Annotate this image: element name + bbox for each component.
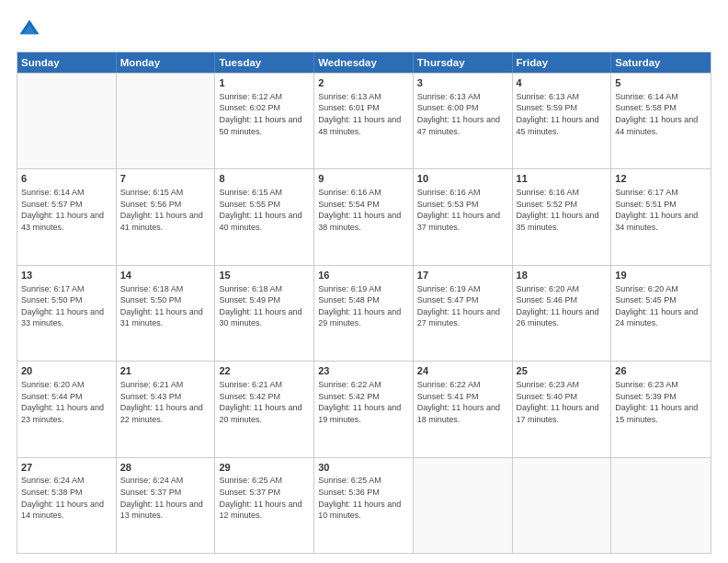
cell-info: Sunrise: 6:21 AMSunset: 5:43 PMDaylight:…: [120, 379, 211, 425]
cell-info: Sunrise: 6:20 AMSunset: 5:46 PMDaylight:…: [517, 283, 608, 329]
cal-cell: 8Sunrise: 6:15 AMSunset: 5:55 PMDaylight…: [215, 169, 314, 264]
cal-week-5: 27Sunrise: 6:24 AMSunset: 5:38 PMDayligh…: [17, 457, 711, 553]
cal-header-friday: Friday: [513, 52, 612, 73]
logo: [17, 17, 46, 42]
cell-info: Sunrise: 6:18 AMSunset: 5:49 PMDaylight:…: [219, 283, 310, 329]
cell-info: Sunrise: 6:19 AMSunset: 5:47 PMDaylight:…: [417, 283, 508, 329]
cell-info: Sunrise: 6:20 AMSunset: 5:45 PMDaylight:…: [615, 283, 707, 329]
day-number: 13: [21, 269, 112, 282]
cal-cell: [611, 458, 711, 553]
cal-cell: 12Sunrise: 6:17 AMSunset: 5:51 PMDayligh…: [611, 169, 711, 264]
day-number: 4: [517, 76, 608, 90]
cell-info: Sunrise: 6:20 AMSunset: 5:44 PMDaylight:…: [21, 379, 112, 425]
day-number: 15: [219, 269, 310, 282]
day-number: 12: [615, 172, 707, 186]
cell-info: Sunrise: 6:14 AMSunset: 5:57 PMDaylight:…: [21, 187, 112, 233]
cal-cell: [17, 74, 117, 168]
cal-cell: 13Sunrise: 6:17 AMSunset: 5:50 PMDayligh…: [17, 266, 117, 361]
cal-cell: 7Sunrise: 6:15 AMSunset: 5:56 PMDaylight…: [117, 169, 216, 264]
day-number: 3: [417, 76, 508, 90]
cell-info: Sunrise: 6:15 AMSunset: 5:56 PMDaylight:…: [120, 187, 211, 233]
cal-cell: 14Sunrise: 6:18 AMSunset: 5:50 PMDayligh…: [117, 266, 216, 361]
cell-info: Sunrise: 6:22 AMSunset: 5:42 PMDaylight:…: [318, 379, 409, 425]
cell-info: Sunrise: 6:18 AMSunset: 5:50 PMDaylight:…: [120, 283, 211, 329]
cell-info: Sunrise: 6:14 AMSunset: 5:58 PMDaylight:…: [615, 91, 707, 137]
day-number: 30: [318, 461, 409, 475]
cal-cell: [414, 458, 513, 553]
page: SundayMondayTuesdayWednesdayThursdayFrid…: [0, 0, 728, 563]
day-number: 2: [318, 76, 409, 90]
day-number: 25: [517, 364, 608, 378]
cal-cell: 11Sunrise: 6:16 AMSunset: 5:52 PMDayligh…: [513, 169, 612, 264]
cal-header-monday: Monday: [117, 52, 216, 73]
cal-cell: 3Sunrise: 6:13 AMSunset: 6:00 PMDaylight…: [414, 74, 513, 168]
cal-cell: 28Sunrise: 6:24 AMSunset: 5:37 PMDayligh…: [117, 458, 216, 553]
cell-info: Sunrise: 6:16 AMSunset: 5:53 PMDaylight:…: [417, 187, 508, 233]
cal-cell: 21Sunrise: 6:21 AMSunset: 5:43 PMDayligh…: [117, 362, 216, 456]
cal-cell: 23Sunrise: 6:22 AMSunset: 5:42 PMDayligh…: [314, 362, 414, 456]
cell-info: Sunrise: 6:22 AMSunset: 5:41 PMDaylight:…: [417, 379, 508, 425]
day-number: 16: [318, 269, 409, 282]
cal-cell: 10Sunrise: 6:16 AMSunset: 5:53 PMDayligh…: [414, 169, 513, 264]
day-number: 1: [219, 76, 310, 90]
cell-info: Sunrise: 6:16 AMSunset: 5:54 PMDaylight:…: [318, 187, 409, 233]
cell-info: Sunrise: 6:25 AMSunset: 5:37 PMDaylight:…: [219, 475, 310, 521]
logo-icon: [17, 17, 42, 42]
day-number: 6: [21, 172, 112, 186]
cal-cell: 27Sunrise: 6:24 AMSunset: 5:38 PMDayligh…: [17, 458, 117, 553]
cal-cell: 17Sunrise: 6:19 AMSunset: 5:47 PMDayligh…: [414, 266, 513, 361]
cell-info: Sunrise: 6:19 AMSunset: 5:48 PMDaylight:…: [318, 283, 409, 329]
cal-cell: 30Sunrise: 6:25 AMSunset: 5:36 PMDayligh…: [314, 458, 414, 553]
cal-header-sunday: Sunday: [17, 52, 117, 73]
cal-cell: 26Sunrise: 6:23 AMSunset: 5:39 PMDayligh…: [611, 362, 711, 456]
cal-cell: 29Sunrise: 6:25 AMSunset: 5:37 PMDayligh…: [215, 458, 314, 553]
cal-cell: 9Sunrise: 6:16 AMSunset: 5:54 PMDaylight…: [314, 169, 414, 264]
cal-cell: 19Sunrise: 6:20 AMSunset: 5:45 PMDayligh…: [611, 266, 711, 361]
day-number: 18: [517, 269, 608, 282]
calendar: SundayMondayTuesdayWednesdayThursdayFrid…: [17, 52, 711, 554]
cell-info: Sunrise: 6:24 AMSunset: 5:38 PMDaylight:…: [21, 475, 112, 521]
cal-week-4: 20Sunrise: 6:20 AMSunset: 5:44 PMDayligh…: [17, 361, 711, 456]
cell-info: Sunrise: 6:13 AMSunset: 6:00 PMDaylight:…: [417, 91, 508, 137]
cal-cell: 16Sunrise: 6:19 AMSunset: 5:48 PMDayligh…: [314, 266, 414, 361]
cal-cell: 1Sunrise: 6:12 AMSunset: 6:02 PMDaylight…: [215, 74, 314, 168]
cell-info: Sunrise: 6:25 AMSunset: 5:36 PMDaylight:…: [318, 475, 409, 521]
cal-cell: 22Sunrise: 6:21 AMSunset: 5:42 PMDayligh…: [215, 362, 314, 456]
cal-cell: 5Sunrise: 6:14 AMSunset: 5:58 PMDaylight…: [611, 74, 711, 168]
day-number: 27: [21, 461, 112, 475]
cell-info: Sunrise: 6:21 AMSunset: 5:42 PMDaylight:…: [219, 379, 310, 425]
cal-cell: [513, 458, 612, 553]
cal-cell: 4Sunrise: 6:13 AMSunset: 5:59 PMDaylight…: [513, 74, 612, 168]
cell-info: Sunrise: 6:17 AMSunset: 5:51 PMDaylight:…: [615, 187, 707, 233]
day-number: 26: [615, 364, 707, 378]
cal-cell: 20Sunrise: 6:20 AMSunset: 5:44 PMDayligh…: [17, 362, 117, 456]
cell-info: Sunrise: 6:16 AMSunset: 5:52 PMDaylight:…: [517, 187, 608, 233]
cell-info: Sunrise: 6:13 AMSunset: 6:01 PMDaylight:…: [318, 91, 409, 137]
cal-week-2: 6Sunrise: 6:14 AMSunset: 5:57 PMDaylight…: [17, 168, 711, 264]
day-number: 9: [318, 172, 409, 186]
day-number: 23: [318, 364, 409, 378]
cell-info: Sunrise: 6:15 AMSunset: 5:55 PMDaylight:…: [219, 187, 310, 233]
cal-week-1: 1Sunrise: 6:12 AMSunset: 6:02 PMDaylight…: [17, 73, 711, 168]
cal-cell: 6Sunrise: 6:14 AMSunset: 5:57 PMDaylight…: [17, 169, 117, 264]
day-number: 7: [120, 172, 211, 186]
day-number: 5: [615, 76, 707, 90]
day-number: 21: [120, 364, 211, 378]
cal-header-tuesday: Tuesday: [215, 52, 314, 73]
cell-info: Sunrise: 6:13 AMSunset: 5:59 PMDaylight:…: [517, 91, 608, 137]
day-number: 24: [417, 364, 508, 378]
cal-cell: [117, 74, 216, 168]
calendar-header-row: SundayMondayTuesdayWednesdayThursdayFrid…: [17, 52, 711, 73]
cal-cell: 24Sunrise: 6:22 AMSunset: 5:41 PMDayligh…: [414, 362, 513, 456]
cell-info: Sunrise: 6:12 AMSunset: 6:02 PMDaylight:…: [219, 91, 310, 137]
cell-info: Sunrise: 6:23 AMSunset: 5:39 PMDaylight:…: [615, 379, 707, 425]
cell-info: Sunrise: 6:24 AMSunset: 5:37 PMDaylight:…: [120, 475, 211, 521]
day-number: 29: [219, 461, 310, 475]
day-number: 14: [120, 269, 211, 282]
day-number: 28: [120, 461, 211, 475]
header: [17, 17, 711, 42]
cal-cell: 25Sunrise: 6:23 AMSunset: 5:40 PMDayligh…: [513, 362, 612, 456]
day-number: 19: [615, 269, 707, 282]
cal-header-wednesday: Wednesday: [314, 52, 414, 73]
day-number: 22: [219, 364, 310, 378]
